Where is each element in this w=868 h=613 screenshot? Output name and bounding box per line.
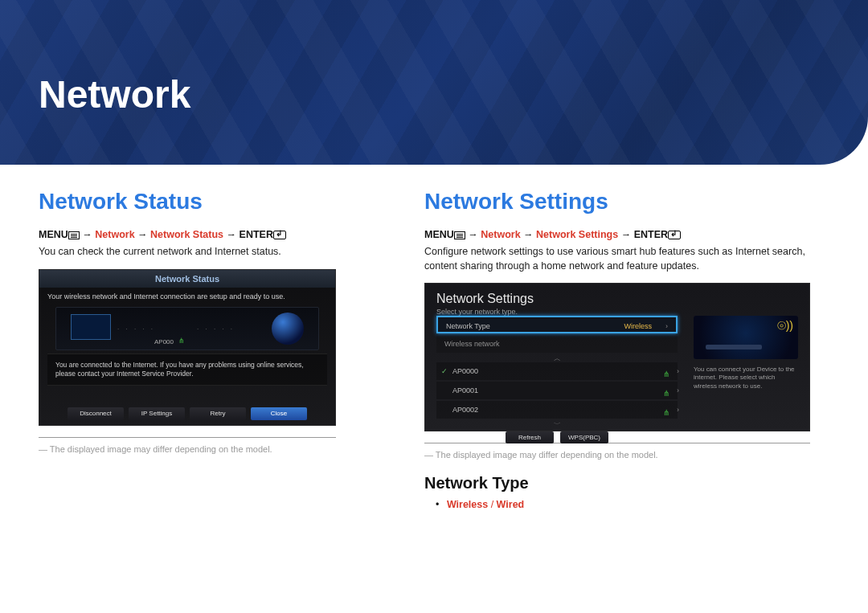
nav-menu-label: MENU: [424, 229, 454, 240]
network-settings-heading: Network Settings: [424, 189, 829, 215]
network-status-heading: Network Status: [39, 189, 392, 215]
ss1-button-row: Disconnect IP Settings Retry Close: [39, 407, 335, 420]
chevron-right-icon: ›: [677, 401, 679, 419]
nav-arrow: →: [227, 229, 240, 240]
ss2-info-text: You can connect your Device to the inter…: [694, 366, 798, 390]
network-type-label: Network Type: [446, 322, 490, 330]
wifi-list-item[interactable]: AP0002 ⋔ ›: [436, 401, 678, 419]
nav-arrow: →: [523, 229, 536, 240]
content-area: Network Status MENU → Network → Network …: [0, 165, 868, 510]
tv-icon: [71, 314, 111, 340]
network-status-section: Network Status MENU → Network → Network …: [39, 189, 392, 510]
chevron-right-icon: ›: [665, 317, 668, 335]
nav-path-network: Network: [95, 229, 134, 240]
chevron-right-icon: ›: [677, 382, 679, 399]
retry-button[interactable]: Retry: [190, 407, 246, 420]
network-settings-disclaimer: ― The displayed image may differ dependi…: [424, 450, 829, 460]
wireless-list-header: Wireless network: [436, 335, 678, 353]
network-settings-screenshot: Network Settings Select your network typ…: [424, 283, 810, 431]
nav-arrow: →: [82, 229, 95, 240]
bullet-icon: •: [436, 499, 439, 510]
wifi-list-item[interactable]: AP0001 ⋔ ›: [436, 382, 678, 399]
network-status-desc: You can check the current network and In…: [39, 245, 392, 260]
network-status-disclaimer: ― The displayed image may differ dependi…: [39, 444, 392, 454]
wifi-signal-icon: ⋔: [663, 366, 669, 383]
device-bar-icon: [706, 345, 762, 349]
connection-dots: · · · · ·: [117, 325, 155, 333]
wifi-signal-icon: ⋔: [663, 385, 669, 403]
wifi-signal-icon: ⋔: [663, 404, 669, 422]
network-type-options: • Wireless / Wired: [424, 499, 829, 510]
nav-path-network: Network: [481, 229, 520, 240]
nav-arrow: →: [621, 229, 634, 240]
ss2-title: Network Settings: [436, 292, 798, 306]
close-button[interactable]: Close: [251, 407, 307, 420]
network-type-value: Wireless: [624, 317, 652, 335]
chapter-banner: Network: [0, 0, 868, 165]
enter-icon: [273, 231, 286, 239]
device-preview: ⦾)): [694, 316, 798, 359]
nav-arrow: →: [137, 229, 150, 240]
ss2-left-pane: Network Type Wireless › Wireless network…: [436, 316, 678, 443]
ss2-right-pane: ⦾)) You can connect your Device to the i…: [694, 316, 798, 390]
check-icon: ✓: [441, 362, 448, 380]
wifi-signal-icon: ⋔: [178, 337, 185, 345]
nav-path-network-status: Network Status: [150, 229, 223, 240]
scroll-down-icon[interactable]: ﹀: [436, 420, 678, 428]
chapter-title: Network: [39, 72, 190, 116]
refresh-button[interactable]: Refresh: [506, 431, 554, 443]
connection-dots: · · · · ·: [197, 325, 235, 333]
network-settings-section: Network Settings MENU → Network → Networ…: [424, 189, 829, 510]
manual-page: Network Network Status MENU → Network → …: [0, 0, 868, 613]
ss1-title: Network Status: [39, 270, 335, 288]
enter-icon: [668, 231, 681, 239]
menu-icon: [68, 231, 80, 239]
chevron-right-icon: ›: [677, 362, 679, 380]
nav-arrow: →: [468, 229, 481, 240]
ss1-ready-message: Your wireless network and Internet conne…: [39, 288, 335, 305]
network-type-heading: Network Type: [424, 474, 829, 492]
option-separator: /: [488, 499, 496, 510]
option-wired: Wired: [497, 499, 525, 510]
network-status-navpath: MENU → Network → Network Status → ENTER: [39, 229, 392, 240]
wps-button[interactable]: WPS(PBC): [560, 431, 608, 443]
ss1-connected-message: You are connected to the Internet. If yo…: [47, 353, 327, 386]
nav-enter-label: ENTER: [240, 229, 273, 240]
nav-menu-label: MENU: [39, 229, 68, 240]
disconnect-button[interactable]: Disconnect: [68, 407, 124, 420]
network-settings-navpath: MENU → Network → Network Settings → ENTE…: [424, 229, 829, 240]
network-type-row[interactable]: Network Type Wireless ›: [436, 316, 678, 333]
network-settings-desc: Configure network settings to use variou…: [424, 245, 829, 273]
globe-icon: [272, 313, 304, 345]
scroll-up-icon[interactable]: ︿: [436, 354, 678, 362]
wifi-item-name: AP0001: [452, 386, 478, 394]
wifi-item-name: AP0002: [452, 406, 478, 414]
nav-enter-label: ENTER: [634, 229, 668, 240]
menu-icon: [454, 231, 465, 239]
wifi-item-name: AP0000: [452, 367, 478, 375]
divider: [39, 437, 336, 438]
wifi-waves-icon: ⦾)): [777, 319, 793, 333]
wifi-list-item[interactable]: ✓ AP0000 ⋔ ›: [436, 362, 678, 380]
option-wireless: Wireless: [447, 499, 488, 510]
ip-settings-button[interactable]: IP Settings: [129, 407, 185, 420]
ss1-diagram: · · · · · AP000 ⋔ · · · · ·: [55, 307, 319, 350]
ss2-subtitle: Select your network type.: [436, 308, 798, 316]
wireless-list-header-label: Wireless network: [444, 340, 500, 348]
network-status-screenshot: Network Status Your wireless network and…: [39, 269, 336, 426]
nav-path-network-settings: Network Settings: [536, 229, 618, 240]
ap-label: AP000: [154, 338, 174, 345]
ss2-button-row: Refresh WPS(PBC): [436, 431, 678, 443]
